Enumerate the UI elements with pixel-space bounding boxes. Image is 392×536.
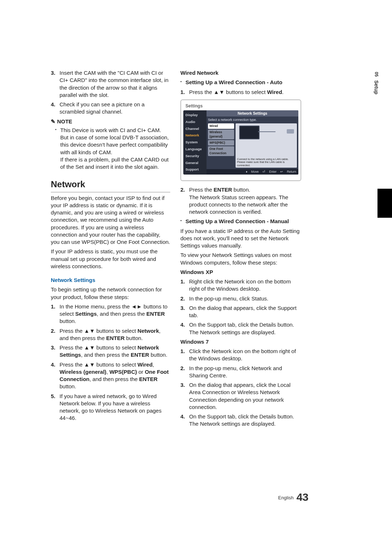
option-wps: WPS(PBC) — [208, 140, 234, 146]
page-footer: English 43 — [278, 491, 309, 503]
note-list: This Device is work with CI and CI+ CAM.… — [51, 127, 170, 171]
list-item: 2.Press the ENTER button.The Network Sta… — [180, 186, 301, 216]
sidebar-item: Language — [183, 146, 207, 153]
page-thumb-marker — [377, 189, 392, 218]
windows-7-steps: 1.Click the Network icon on the bottom r… — [180, 348, 301, 428]
network-intro-2: If your IP address is static, you must u… — [51, 248, 170, 270]
sidebar-item: Support — [183, 166, 207, 173]
settings-panel-title: Settings — [185, 103, 298, 109]
wired-manual-subhead: Setting Up a Wired Connection - Manual — [185, 218, 301, 225]
network-settings-heading: Network Settings — [51, 277, 170, 284]
section-network-heading: Network — [51, 179, 170, 192]
tv-icon — [239, 126, 260, 139]
windows-xp-heading: Windows XP — [180, 269, 301, 276]
hint-enter: ⏎ Enter — [262, 170, 277, 173]
wired-manual-list: Setting Up a Wired Connection - Manual — [180, 218, 301, 225]
windows-xp-steps: 1.Right click the Network icon on the bo… — [180, 278, 301, 336]
network-intro-1: Before you begin, contact your ISP to fi… — [51, 195, 170, 246]
list-item: 1.Click the Network icon on the bottom r… — [180, 348, 301, 363]
network-preview: Connect to the network using a LAN cable… — [236, 123, 297, 168]
list-item: 2.In the pop-up menu, click Network and … — [180, 365, 301, 380]
note-label: NOTE — [51, 118, 170, 125]
sidebar-item: General — [183, 160, 207, 167]
option-onefoot: One Foot Connection — [208, 146, 234, 156]
chapter-number: 05 — [374, 72, 379, 77]
list-item: 4.Press the ▲▼ buttons to select Wired, … — [51, 361, 170, 390]
wired-sub-list: Setting Up a Wired Connection - Auto — [180, 79, 301, 86]
network-settings-steps: 1.In the Home menu, press the ◄► buttons… — [51, 303, 170, 422]
windows-7-heading: Windows 7 — [180, 338, 301, 345]
list-item: 3.Press the ▲▼ buttons to select Network… — [51, 344, 170, 359]
settings-main: Network Settings Select a network connec… — [207, 110, 298, 175]
list-item: 1.Right click the Network icon on the bo… — [180, 278, 301, 293]
left-column: 3.Insert the CAM with the "CI CAM with C… — [51, 67, 170, 430]
footer-page-number: 43 — [297, 491, 309, 503]
network-settings-hint: Select a network connection type. — [207, 116, 298, 123]
list-item: 1.In the Home menu, press the ◄► buttons… — [51, 303, 170, 325]
wired-network-heading: Wired Network — [180, 69, 301, 77]
list-item: 2.Press the ▲▼ buttons to select Network… — [51, 327, 170, 342]
list-item: 2.In the pop-up menu, click Status. — [180, 295, 301, 302]
hint-return: ↩ Return — [280, 170, 296, 173]
wired-steps-1: 1.Press the ▲▼ buttons to select Wired. — [180, 89, 301, 96]
network-settings-title: Network Settings — [207, 110, 298, 117]
sidebar-item: System — [183, 139, 207, 146]
sidebar-item: Channel — [183, 126, 207, 132]
network-footer: ♦ Move ⏎ Enter ↩ Return — [207, 169, 298, 175]
hint-move: ♦ Move — [246, 170, 259, 173]
sidebar-item: Display — [183, 112, 207, 119]
settings-screenshot: Settings Display Audio Channel Network S… — [180, 99, 301, 181]
manual-para-2: To view your Network Settings values on … — [180, 251, 301, 266]
list-item: 3.On the dialog that appears, click the … — [180, 381, 301, 411]
list-item: 3.Insert the CAM with the "CI CAM with C… — [51, 69, 170, 99]
wired-auto-subhead: Setting Up a Wired Connection - Auto — [185, 79, 301, 86]
settings-body: Display Audio Channel Network System Lan… — [183, 110, 298, 175]
note-item: This Device is work with CI and CI+ CAM.… — [60, 127, 170, 171]
list-item: 3.On the dialog that appears, click the … — [180, 304, 301, 319]
sidebar-item: Security — [183, 153, 207, 160]
side-chapter-tab: 05 Setup — [373, 72, 379, 94]
footer-language: English — [278, 495, 294, 500]
list-item: 4.On the Support tab, click the Details … — [180, 321, 301, 336]
cam-steps: 3.Insert the CAM with the "CI CAM with C… — [51, 69, 170, 116]
settings-sidebar: Display Audio Channel Network System Lan… — [183, 110, 207, 175]
network-preview-msg: Connect to the network using a LAN cable… — [236, 157, 297, 168]
manual-para-1: If you have a static IP address or the A… — [180, 228, 301, 250]
network-settings-lead: To begin setting up the network connecti… — [51, 286, 170, 301]
list-item: 5.If you have a wired network, go to Wir… — [51, 393, 170, 422]
sidebar-item: Audio — [183, 119, 207, 126]
list-item: 4.On the Support tab, click the Details … — [180, 413, 301, 428]
right-column: Wired Network Setting Up a Wired Connect… — [180, 67, 301, 430]
network-row: Wired Wireless (general) WPS(PBC) One Fo… — [207, 123, 298, 169]
cable-icon — [258, 131, 275, 132]
sidebar-item-network: Network — [183, 132, 207, 139]
chapter-title: Setup — [373, 80, 379, 94]
list-item: 1.Press the ▲▼ buttons to select Wired. — [180, 89, 301, 96]
network-options: Wired Wireless (general) WPS(PBC) One Fo… — [208, 123, 234, 168]
wired-steps-2: 2.Press the ENTER button.The Network Sta… — [180, 186, 301, 216]
option-wired: Wired — [208, 123, 234, 129]
router-icon — [287, 129, 294, 134]
list-item: 4.Check if you can see a picture on a sc… — [51, 101, 170, 116]
option-wireless: Wireless (general) — [208, 130, 234, 139]
page-content: 3.Insert the CAM with the "CI CAM with C… — [0, 0, 323, 452]
